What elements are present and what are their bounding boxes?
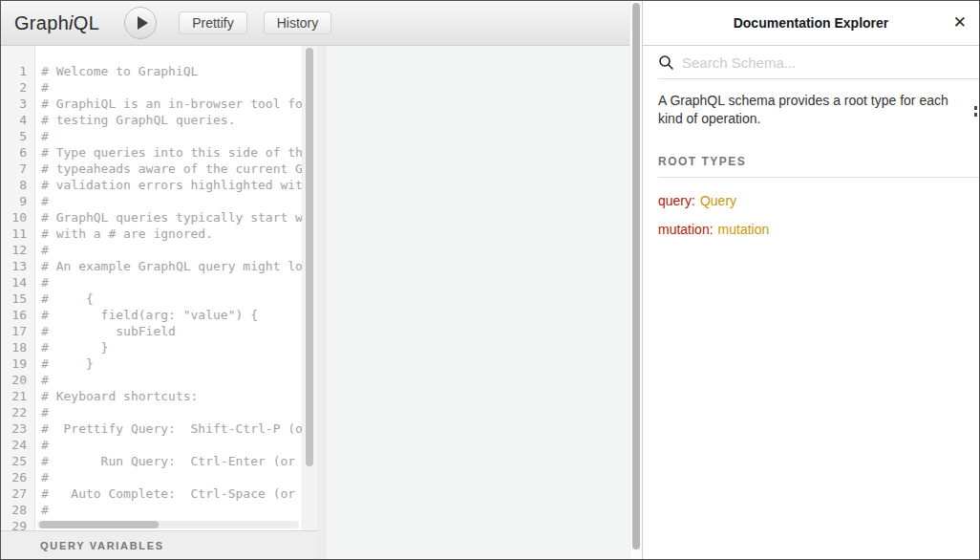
line-number: 23 [1,420,34,437]
doc-explorer-titlebar: Documentation Explorer ✕ [643,1,979,46]
code-line: # Keyboard shortcuts: [41,388,302,404]
line-number: 13 [1,258,34,274]
graphiql-app: GraphiQL Prettify History 12345678910111… [1,1,629,559]
editor-vertical-scrollbar[interactable] [302,46,317,530]
code-line: # [41,128,302,144]
execute-query-button[interactable] [124,7,157,39]
code-line: # [41,404,302,420]
line-number: 14 [1,274,34,291]
code-line: # testing GraphQL queries. [41,112,302,128]
line-number: 16 [1,307,34,323]
code-line: # An example GraphQL query might look li… [41,258,302,274]
line-number: 22 [1,404,34,420]
code-line: # Type queries into this side of the scr… [41,144,302,161]
line-number: 6 [1,144,34,161]
line-number: 18 [1,339,34,355]
line-number: 25 [1,453,34,469]
query-editor[interactable]: 1234567891011121314151617181920212223242… [1,46,317,530]
line-number: 29 [1,518,34,530]
code-line: # [41,274,302,291]
code-line: # Prettify Query: Shift-Ctrl-P (or press… [41,420,302,437]
root-types-heading: ROOT TYPES [658,155,979,178]
code-line: # [41,437,302,453]
separator: : [692,193,695,208]
code-line: # [41,193,302,209]
code-line: # Welcome to GraphiQL [41,63,302,79]
line-number: 4 [1,112,34,128]
editor-horizontal-scrollbar[interactable] [37,521,299,528]
code-line: # [41,469,302,485]
panel-resize-grip[interactable] [974,106,978,119]
logo-text: QL [74,12,99,33]
window-scrollbar-thumb[interactable] [632,3,640,549]
line-number: 20 [1,372,34,388]
result-pane [327,46,629,559]
code-content[interactable]: # Welcome to GraphiQL## GraphiQL is an i… [35,46,302,530]
root-type-field-name: query [658,193,692,208]
root-type-link[interactable]: Query [700,193,736,208]
query-variables-bar[interactable]: QUERY VARIABLES [1,530,317,559]
line-number: 9 [1,193,34,209]
graphiql-logo: GraphiQL [14,12,99,34]
root-types-list: query:Query mutation:mutation [643,178,979,244]
play-icon [138,16,148,30]
code-line: # validation errors highlighted within t… [41,177,302,193]
doc-explorer-title: Documentation Explorer [734,15,889,31]
root-type-link[interactable]: mutation [718,222,770,237]
line-number: 26 [1,469,34,485]
history-button[interactable]: History [264,11,332,34]
code-line: # Auto Complete: Ctrl-Space (or just sta… [41,485,302,502]
code-line: # } [41,339,302,355]
code-line: # Run Query: Ctrl-Enter (or press the pl… [41,453,302,469]
code-line: # typeaheads aware of the current GraphQ… [41,161,302,177]
line-number: 3 [1,96,34,112]
schema-description: A GraphQL schema provides a root type fo… [643,79,979,128]
line-number-gutter: 1234567891011121314151617181920212223242… [1,46,35,530]
query-pane: 1234567891011121314151617181920212223242… [1,46,317,559]
query-variables-label: QUERY VARIABLES [40,540,164,551]
code-line: # { [41,291,302,307]
close-icon[interactable]: ✕ [953,13,967,32]
code-line: # GraphQL queries typically start with a… [41,209,302,226]
code-line: # [41,79,302,96]
line-number: 24 [1,437,34,453]
schema-search-input[interactable] [682,48,979,76]
line-number: 21 [1,388,34,404]
line-number: 19 [1,355,34,372]
line-number: 10 [1,209,34,226]
line-number: 5 [1,128,34,144]
line-number: 8 [1,177,34,193]
logo-text: Graph [14,12,69,33]
search-icon [658,54,674,71]
prettify-button[interactable]: Prettify [179,11,247,34]
code-line: # subField [41,323,302,339]
line-number: 12 [1,242,34,258]
root-type-row: query:Query [658,186,964,215]
line-number: 28 [1,502,34,518]
code-line: # } [41,355,302,372]
root-type-row: mutation:mutation [658,215,964,244]
toolbar: GraphiQL Prettify History [1,1,629,46]
code-line: # with a # are ignored. [41,226,302,242]
separator: : [710,222,714,237]
line-number: 11 [1,226,34,242]
graphiql-window: GraphiQL Prettify History 12345678910111… [1,1,979,559]
editor-horizontal-scrollbar-thumb[interactable] [39,521,159,528]
line-number: 27 [1,485,34,502]
editor-area: 1234567891011121314151617181920212223242… [1,46,629,559]
documentation-explorer: Documentation Explorer ✕ A GraphQL schem… [642,1,979,559]
root-type-field-name: mutation [658,222,710,237]
line-number: 17 [1,323,34,339]
editor-vertical-scrollbar-thumb[interactable] [306,48,313,466]
window-scrollbar[interactable] [629,1,642,559]
line-number: 2 [1,79,34,96]
code-line: # GraphiQL is an in-browser tool for wri… [41,96,302,112]
code-line: # [41,372,302,388]
code-line: # field(arg: "value") { [41,307,302,323]
code-line: # [41,242,302,258]
schema-search-row [658,46,979,79]
line-number: 7 [1,161,34,177]
line-number: 1 [1,63,34,79]
code-line: # [41,502,302,518]
pane-divider[interactable] [317,46,327,559]
